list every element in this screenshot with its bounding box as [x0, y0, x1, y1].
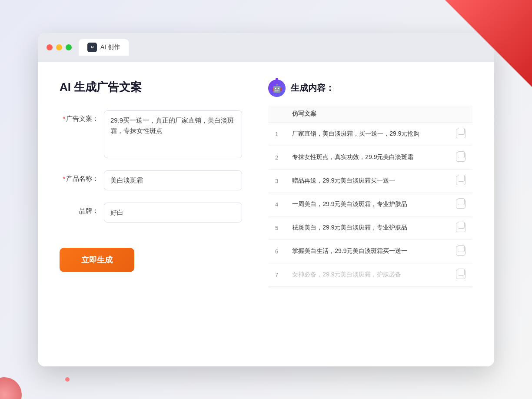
brand-row: 品牌： — [60, 203, 242, 223]
row-number: 6 — [268, 239, 285, 263]
copy-icon[interactable] — [456, 152, 466, 162]
robot-icon: 🤖 — [268, 80, 286, 97]
required-star-2: * — [63, 175, 65, 182]
copy-icon[interactable] — [456, 223, 466, 232]
ad-copy-input[interactable]: 29.9买一送一，真正的厂家直销，美白淡斑霜，专抹女性斑点 — [104, 110, 242, 158]
results-table: 仿写文案 1厂家直销，美白淡斑霜，买一送一，29.9元抢购2专抹女性斑点，真实功… — [268, 106, 472, 287]
page-title: AI 生成广告文案 — [60, 80, 242, 95]
copy-icon[interactable] — [456, 199, 466, 209]
bg-dot — [65, 377, 70, 382]
table-row: 7女神必备，29.9元美白淡斑霜，护肤必备 — [268, 263, 472, 286]
ad-copy-label: *广告文案： — [60, 110, 99, 123]
row-text: 女神必备，29.9元美白淡斑霜，护肤必备 — [285, 263, 449, 286]
brand-label: 品牌： — [60, 203, 99, 215]
row-text: 专抹女性斑点，真实功效，29.9元美白淡斑霜 — [285, 146, 449, 169]
copy-icon[interactable] — [456, 269, 466, 279]
required-star-1: * — [63, 115, 65, 122]
col-copy: 仿写文案 — [285, 106, 449, 123]
row-number: 7 — [268, 263, 285, 286]
browser-window: AI 创作 AI 生成广告文案 *广告文案： 29.9买一送一，真正的厂家直销，… — [38, 33, 494, 366]
ai-tab[interactable]: AI 创作 — [79, 39, 129, 56]
col-num — [268, 106, 285, 123]
copy-button-cell[interactable] — [449, 263, 472, 286]
row-text: 掌握美白生活，29.9元美白淡斑霜买一送一 — [285, 239, 449, 263]
table-row: 6掌握美白生活，29.9元美白淡斑霜买一送一 — [268, 239, 472, 263]
col-action — [449, 106, 472, 123]
table-row: 4一周美白，29.9元美白淡斑霜，专业护肤品 — [268, 193, 472, 216]
table-row: 2专抹女性斑点，真实功效，29.9元美白淡斑霜 — [268, 146, 472, 169]
row-number: 2 — [268, 146, 285, 169]
product-name-label: *产品名称： — [60, 170, 99, 183]
product-name-row: *产品名称： — [60, 170, 242, 190]
row-number: 3 — [268, 169, 285, 193]
row-text: 厂家直销，美白淡斑霜，买一送一，29.9元抢购 — [285, 122, 449, 146]
row-number: 4 — [268, 193, 285, 216]
close-button[interactable] — [47, 44, 53, 50]
tab-label: AI 创作 — [100, 43, 120, 51]
row-number: 1 — [268, 122, 285, 146]
brand-input[interactable] — [104, 203, 242, 223]
copy-icon[interactable] — [456, 176, 466, 185]
window-buttons — [47, 44, 72, 50]
left-panel: AI 生成广告文案 *广告文案： 29.9买一送一，真正的厂家直销，美白淡斑霜，… — [60, 80, 242, 349]
copy-button-cell[interactable] — [449, 239, 472, 263]
minimize-button[interactable] — [56, 44, 62, 50]
copy-button-cell[interactable] — [449, 122, 472, 146]
row-text: 祛斑美白，29.9元美白淡斑霜，专业护肤品 — [285, 216, 449, 239]
product-name-input[interactable] — [104, 170, 242, 190]
title-bar: AI 创作 — [38, 33, 494, 62]
ad-copy-row: *广告文案： 29.9买一送一，真正的厂家直销，美白淡斑霜，专抹女性斑点 — [60, 110, 242, 158]
copy-button-cell[interactable] — [449, 193, 472, 216]
main-content: AI 生成广告文案 *广告文案： 29.9买一送一，真正的厂家直销，美白淡斑霜，… — [38, 62, 494, 366]
table-row: 5祛斑美白，29.9元美白淡斑霜，专业护肤品 — [268, 216, 472, 239]
copy-button-cell[interactable] — [449, 146, 472, 169]
copy-icon[interactable] — [456, 129, 466, 138]
maximize-button[interactable] — [66, 44, 72, 50]
row-text: 赠品再送，29.9元美白淡斑霜买一送一 — [285, 169, 449, 193]
table-row: 1厂家直销，美白淡斑霜，买一送一，29.9元抢购 — [268, 122, 472, 146]
row-text: 一周美白，29.9元美白淡斑霜，专业护肤品 — [285, 193, 449, 216]
ai-tab-icon — [87, 43, 97, 52]
generate-button[interactable]: 立即生成 — [60, 248, 134, 272]
bg-decoration-bottom-left — [0, 377, 22, 399]
copy-button-cell[interactable] — [449, 169, 472, 193]
right-header: 🤖 生成内容： — [268, 80, 472, 97]
copy-icon[interactable] — [456, 246, 466, 256]
right-panel: 🤖 生成内容： 仿写文案 1厂家直销，美白淡斑霜，买一送一，29.9元抢购2专抹… — [268, 80, 472, 349]
row-number: 5 — [268, 216, 285, 239]
copy-button-cell[interactable] — [449, 216, 472, 239]
table-row: 3赠品再送，29.9元美白淡斑霜买一送一 — [268, 169, 472, 193]
right-panel-title: 生成内容： — [291, 82, 334, 94]
